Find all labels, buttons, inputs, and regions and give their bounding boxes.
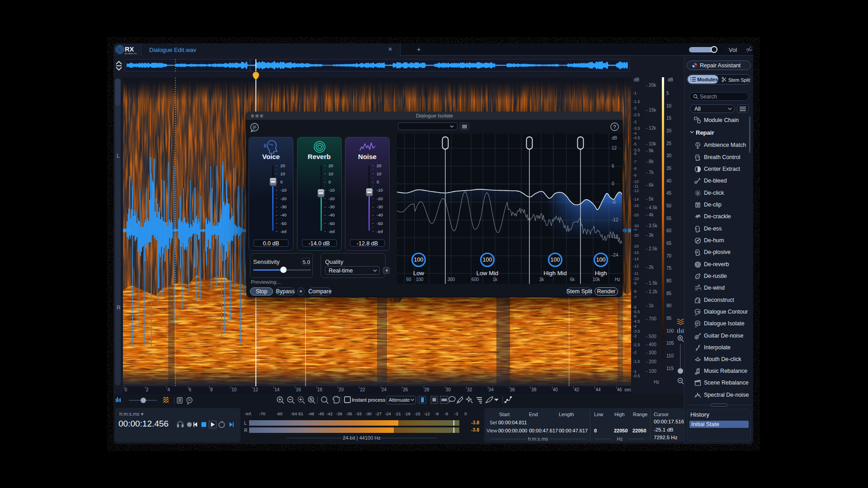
svg-text:Instant process: Instant process — [352, 397, 386, 403]
svg-text:?: ? — [613, 124, 616, 130]
svg-text:Attenuate: Attenuate — [389, 397, 410, 403]
svg-text:ADVANCED: ADVANCED — [125, 52, 137, 55]
svg-text:s: s — [696, 227, 698, 230]
